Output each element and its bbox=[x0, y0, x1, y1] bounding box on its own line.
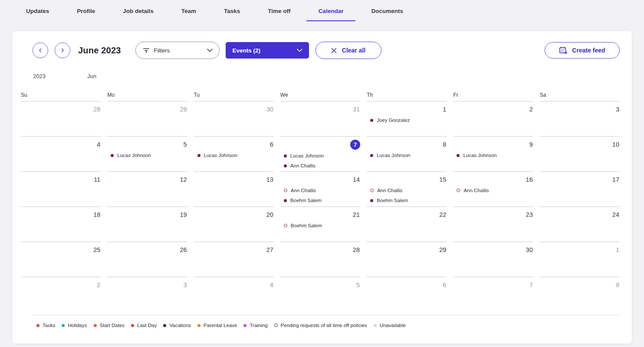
calendar-cell[interactable]: 29 bbox=[367, 242, 447, 277]
calendar-cell[interactable]: 20 bbox=[194, 207, 274, 242]
chevron-left-icon bbox=[38, 48, 43, 53]
event[interactable]: Joey Gonzalez bbox=[367, 118, 447, 123]
event[interactable]: Boehm Salem bbox=[280, 223, 360, 228]
calendar-cell[interactable]: 1Joey Gonzalez bbox=[367, 101, 447, 137]
calendar-cell[interactable]: 15Ann ChallisBoehm Salem bbox=[367, 172, 447, 207]
calendar-cell[interactable]: 26 bbox=[107, 242, 187, 277]
date-number: 17 bbox=[540, 175, 620, 184]
calendar-cell[interactable]: 1 bbox=[540, 242, 620, 277]
calendar-cell[interactable]: 8Lucas Johnson bbox=[367, 137, 447, 172]
calendar-cell[interactable]: 7Lucas JohnsonAnn Challis bbox=[280, 137, 360, 172]
legend: TasksHolidaysStart DatesLast DayVacation… bbox=[12, 315, 632, 328]
calendar-cell[interactable]: 3 bbox=[107, 277, 187, 315]
calendar-cell[interactable]: 23 bbox=[453, 207, 533, 242]
clear-all-label: Clear all bbox=[342, 47, 365, 54]
calendar-cell[interactable]: 28 bbox=[21, 101, 101, 137]
calendar-cell[interactable]: 12 bbox=[107, 172, 187, 207]
event-dot bbox=[284, 189, 287, 192]
week-row: 45Lucas Johnson6Lucas Johnson7Lucas John… bbox=[12, 137, 632, 172]
event[interactable]: Ann Challis bbox=[453, 188, 533, 193]
date-number: 18 bbox=[21, 210, 101, 219]
legend-dot bbox=[94, 324, 97, 327]
tab-documents[interactable]: Documents bbox=[359, 1, 415, 21]
tab-time-off[interactable]: Time off bbox=[256, 1, 302, 21]
event[interactable]: Ann Challis bbox=[367, 188, 447, 193]
tab-job-details[interactable]: Job details bbox=[111, 1, 166, 21]
prev-month-button[interactable] bbox=[33, 43, 48, 58]
calendar-cell[interactable]: 24 bbox=[540, 207, 620, 242]
event[interactable]: Lucas Johnson bbox=[280, 153, 360, 158]
legend-item-unavailable: Unavailable bbox=[374, 323, 406, 328]
date-number: 29 bbox=[107, 105, 187, 114]
calendar-cell[interactable]: 18 bbox=[21, 207, 101, 242]
event-label: Boehm Salem bbox=[377, 198, 408, 203]
legend-label: Vacations bbox=[169, 323, 191, 328]
filters-dropdown[interactable]: Filters bbox=[135, 42, 220, 59]
calendar-cell[interactable]: 2 bbox=[453, 101, 533, 137]
calendar-cell[interactable]: 21Boehm Salem bbox=[280, 207, 360, 242]
event-list: Lucas Johnson bbox=[367, 153, 447, 158]
calendar-cell[interactable]: 17 bbox=[540, 172, 620, 207]
tab-calendar[interactable]: Calendar bbox=[306, 1, 356, 21]
event-list: Ann ChallisBoehm Salem bbox=[280, 188, 360, 203]
event-dot bbox=[370, 189, 374, 192]
date-number: 27 bbox=[194, 245, 274, 255]
calendar-cell[interactable]: 30 bbox=[194, 101, 274, 137]
tab-team[interactable]: Team bbox=[169, 1, 208, 21]
legend-item-pending-requests-of-all-time-off-policies: Pending requests of all time off policie… bbox=[274, 323, 367, 328]
event[interactable]: Boehm Salem bbox=[367, 198, 447, 203]
legend-dot bbox=[62, 324, 65, 327]
event[interactable]: Ann Challis bbox=[280, 163, 360, 168]
date-number: 1 bbox=[367, 105, 447, 114]
event[interactable]: Lucas Johnson bbox=[107, 153, 187, 158]
calendar-cell[interactable]: 10 bbox=[540, 137, 620, 172]
calendar-cell[interactable]: 19 bbox=[107, 207, 187, 242]
calendar-cell[interactable]: 5 bbox=[280, 277, 360, 315]
tab-updates[interactable]: Updates bbox=[14, 1, 61, 21]
calendar-cell[interactable]: 28 bbox=[280, 242, 360, 277]
date-number: 3 bbox=[107, 280, 187, 290]
tab-profile[interactable]: Profile bbox=[65, 1, 107, 21]
calendar-cell[interactable]: 30 bbox=[453, 242, 533, 277]
calendar-cell[interactable]: 3 bbox=[540, 101, 620, 137]
event[interactable]: Ann Challis bbox=[280, 188, 360, 193]
event-dot bbox=[111, 154, 114, 157]
calendar-cell[interactable]: 4 bbox=[21, 137, 101, 172]
week-row: 2526272829301 bbox=[12, 242, 632, 277]
calendar-cell[interactable]: 22 bbox=[367, 207, 447, 242]
calendar-cell[interactable]: 11 bbox=[21, 172, 101, 207]
event-label: Lucas Johnson bbox=[290, 153, 324, 158]
legend-item-holidays: Holidays bbox=[62, 323, 87, 328]
calendar-cell[interactable]: 31 bbox=[280, 101, 360, 137]
clear-all-button[interactable]: Clear all bbox=[315, 42, 381, 59]
calendar-cell[interactable]: 6Lucas Johnson bbox=[194, 137, 274, 172]
calendar-cell[interactable]: 4 bbox=[194, 277, 274, 315]
calendar-cell[interactable]: 7 bbox=[453, 277, 533, 315]
event-dot bbox=[284, 199, 287, 202]
calendar-cell[interactable]: 13 bbox=[194, 172, 274, 207]
calendar-cell[interactable]: 6 bbox=[367, 277, 447, 315]
calendar-cell[interactable]: 29 bbox=[107, 101, 187, 137]
calendar-cell[interactable]: 25 bbox=[21, 242, 101, 277]
calendar-cell[interactable]: 8 bbox=[540, 277, 620, 315]
event[interactable]: Lucas Johnson bbox=[367, 153, 447, 158]
event-label: Lucas Johnson bbox=[204, 153, 237, 158]
calendar-cell[interactable]: 16Ann Challis bbox=[453, 172, 533, 207]
event[interactable]: Boehm Salem bbox=[280, 198, 360, 203]
create-feed-button[interactable]: Create feed bbox=[545, 42, 620, 59]
date-number: 21 bbox=[280, 210, 360, 219]
day-header-su: Su bbox=[21, 92, 101, 101]
event-label: Ann Challis bbox=[377, 188, 402, 193]
events-filter-button[interactable]: Events (2) bbox=[226, 42, 309, 59]
calendar-cell[interactable]: 2 bbox=[21, 277, 101, 315]
event-list: Lucas Johnson bbox=[107, 153, 187, 158]
calendar-cell[interactable]: 9Lucas Johnson bbox=[453, 137, 533, 172]
calendar-cell[interactable]: 14Ann ChallisBoehm Salem bbox=[280, 172, 360, 207]
calendar-cell[interactable]: 27 bbox=[194, 242, 274, 277]
event[interactable]: Lucas Johnson bbox=[194, 153, 274, 158]
calendar-cell[interactable]: 5Lucas Johnson bbox=[107, 137, 187, 172]
next-month-button[interactable] bbox=[55, 43, 70, 58]
tab-tasks[interactable]: Tasks bbox=[212, 1, 252, 21]
event[interactable]: Lucas Johnson bbox=[453, 153, 533, 158]
date-number: 29 bbox=[367, 245, 447, 255]
